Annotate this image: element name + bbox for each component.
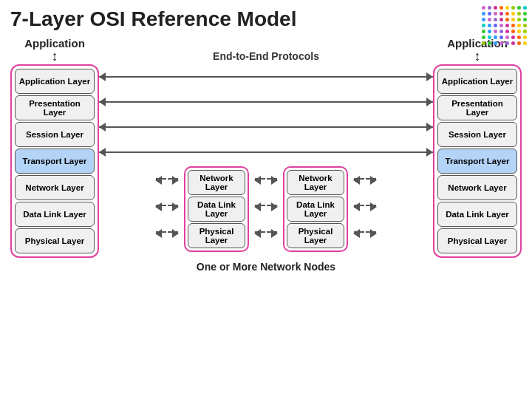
right-dashed-arrow-1	[354, 193, 376, 218]
dot	[523, 24, 527, 27]
dot	[499, 12, 503, 16]
arrow-line-1	[99, 101, 433, 103]
arrow-line-3	[99, 151, 433, 153]
right-line-1	[354, 205, 376, 206]
left-outer-box: Application LayerPresentation LayerSessi…	[10, 64, 99, 258]
arrow-row-0	[99, 64, 433, 89]
dot	[517, 41, 521, 45]
dot	[482, 24, 485, 27]
dot	[511, 24, 515, 27]
dot	[511, 6, 515, 10]
left-arrow-down: ↕	[52, 50, 58, 63]
left-layer-3: Transport Layer	[15, 149, 95, 174]
dot	[523, 6, 527, 10]
dot	[505, 35, 509, 39]
dot	[523, 35, 527, 39]
dot	[488, 18, 491, 21]
mid-line-1	[255, 205, 277, 206]
dot	[523, 41, 527, 45]
dot	[494, 41, 497, 45]
dot	[488, 30, 491, 33]
left-layer-5: Data Link Layer	[15, 202, 95, 227]
dot	[488, 6, 491, 10]
arrow-row-2	[99, 115, 433, 140]
right-layer-2: Session Layer	[437, 122, 517, 147]
dot	[482, 12, 485, 16]
dot	[517, 30, 521, 33]
arrow-row-1	[99, 89, 433, 115]
dot	[499, 35, 503, 39]
dot	[494, 24, 497, 27]
dot	[499, 24, 503, 27]
dot	[505, 18, 509, 21]
node2-layer-0: Network Layer	[287, 170, 344, 195]
dot	[482, 6, 485, 10]
right-layer-5: Data Link Layer	[437, 202, 517, 227]
dot	[517, 18, 521, 21]
dot	[494, 6, 497, 10]
dot	[488, 35, 491, 39]
right-layer-0: Application Layer	[437, 69, 517, 94]
right-layer-1: Presentation Layer	[437, 95, 517, 120]
dot	[517, 12, 521, 16]
middle-nodes-area: Network LayerData Link LayerPhysical Lay…	[99, 166, 433, 252]
dot	[482, 35, 485, 39]
page-title: 7-Layer OSI Reference Model	[10, 7, 522, 31]
mid-dashed-arrow-2	[255, 219, 277, 245]
dot	[517, 24, 521, 27]
dot	[494, 12, 497, 16]
dot	[482, 30, 485, 33]
right-layer-6: Physical Layer	[437, 228, 517, 253]
left-dashed-arrow-1	[156, 193, 178, 218]
dot	[494, 18, 497, 21]
dot	[505, 6, 509, 10]
left-layer-0: Application Layer	[15, 69, 95, 94]
right-dashed-arrow-2	[354, 219, 376, 245]
dot	[511, 30, 515, 33]
left-dashed-arrow-0	[156, 166, 178, 191]
dot	[523, 30, 527, 33]
mid-arrows-col	[255, 166, 277, 252]
mid-dashed-arrow-1	[255, 193, 277, 218]
main-layout: Application LayerPresentation LayerSessi…	[10, 64, 522, 258]
app-header-row: Application ↕ End-to-End Protocols Appli…	[10, 37, 522, 63]
center-panel: Network LayerData Link LayerPhysical Lay…	[99, 64, 433, 252]
left-layer-2: Session Layer	[15, 122, 95, 147]
mid-dashed-arrow-0	[255, 166, 277, 191]
node1-layer-0: Network Layer	[188, 170, 245, 195]
mini-line-1	[156, 205, 178, 206]
dot	[505, 41, 509, 45]
right-layer-4: Network Layer	[437, 175, 517, 200]
right-line-2	[354, 231, 376, 233]
dot	[511, 12, 515, 16]
arrow-line-2	[99, 126, 433, 128]
right-dashed-arrow-0	[354, 166, 376, 191]
right-line-0	[354, 178, 376, 180]
dot	[511, 35, 515, 39]
mini-line-0	[156, 178, 178, 180]
dot	[517, 35, 521, 39]
mini-line-2	[156, 231, 178, 233]
dot	[505, 12, 509, 16]
dot	[494, 35, 497, 39]
one-or-more-label: One or More Network Nodes	[10, 261, 522, 273]
dot	[505, 24, 509, 27]
left-app-label: Application ↕	[10, 37, 99, 63]
mid-line-2	[255, 231, 277, 233]
right-outer-box: Application LayerPresentation LayerSessi…	[433, 64, 522, 258]
dot	[488, 24, 491, 27]
left-layer-1: Presentation Layer	[15, 95, 95, 120]
dot	[505, 30, 509, 33]
left-dashed-arrow-2	[156, 219, 178, 245]
dot	[499, 18, 503, 21]
dot	[511, 18, 515, 21]
dot-decoration	[482, 6, 526, 50]
node2-layer-1: Data Link Layer	[287, 197, 344, 222]
right-layer-3: Transport Layer	[437, 149, 517, 174]
dot	[499, 30, 503, 33]
node2-layer-2: Physical Layer	[287, 223, 344, 248]
node2-box: Network LayerData Link LayerPhysical Lay…	[283, 166, 348, 252]
node1-layer-1: Data Link Layer	[188, 197, 245, 222]
dot	[523, 12, 527, 16]
dot	[488, 12, 491, 16]
